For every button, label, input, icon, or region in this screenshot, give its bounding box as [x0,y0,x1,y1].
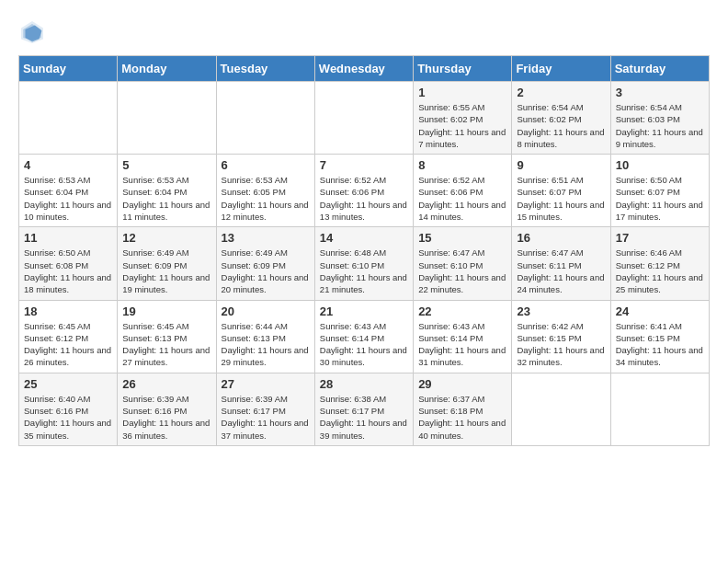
calendar-cell: 7Sunrise: 6:52 AM Sunset: 6:06 PM Daylig… [314,155,413,227]
day-info: Sunrise: 6:43 AM Sunset: 6:14 PM Dayligh… [320,320,408,369]
day-info: Sunrise: 6:39 AM Sunset: 6:16 PM Dayligh… [122,393,210,442]
day-info: Sunrise: 6:40 AM Sunset: 6:16 PM Dayligh… [24,393,112,442]
calendar-cell: 11Sunrise: 6:50 AM Sunset: 6:08 PM Dayli… [19,227,118,300]
day-number: 24 [616,304,704,318]
calendar-cell [512,373,610,445]
calendar-cell: 3Sunrise: 6:54 AM Sunset: 6:03 PM Daylig… [610,82,709,155]
day-info: Sunrise: 6:46 AM Sunset: 6:12 PM Dayligh… [616,247,704,295]
day-info: Sunrise: 6:47 AM Sunset: 6:11 PM Dayligh… [517,247,605,295]
calendar-week-2: 4Sunrise: 6:53 AM Sunset: 6:04 PM Daylig… [19,155,710,227]
day-number: 25 [24,377,112,391]
day-number: 5 [122,158,210,172]
calendar-cell [118,82,216,155]
calendar-cell: 20Sunrise: 6:44 AM Sunset: 6:13 PM Dayli… [216,300,314,373]
weekday-header-monday: Monday [118,56,216,82]
calendar-cell [19,82,118,155]
day-info: Sunrise: 6:37 AM Sunset: 6:18 PM Dayligh… [418,393,506,442]
calendar-cell [610,373,709,445]
day-number: 3 [616,86,704,99]
day-number: 11 [24,231,112,245]
day-number: 6 [222,158,310,172]
day-number: 22 [418,304,506,318]
day-info: Sunrise: 6:42 AM Sunset: 6:15 PM Dayligh… [517,320,605,369]
day-info: Sunrise: 6:48 AM Sunset: 6:10 PM Dayligh… [320,247,408,295]
calendar-cell: 13Sunrise: 6:49 AM Sunset: 6:09 PM Dayli… [216,227,314,300]
weekday-header-thursday: Thursday [414,56,512,82]
day-number: 4 [24,158,112,172]
day-number: 21 [320,304,408,318]
day-number: 19 [122,304,210,318]
day-info: Sunrise: 6:54 AM Sunset: 6:02 PM Dayligh… [517,101,605,150]
calendar-cell: 8Sunrise: 6:52 AM Sunset: 6:06 PM Daylig… [414,155,512,227]
calendar-cell: 28Sunrise: 6:38 AM Sunset: 6:17 PM Dayli… [314,373,413,445]
day-info: Sunrise: 6:47 AM Sunset: 6:10 PM Dayligh… [418,247,506,295]
calendar-cell [314,82,413,155]
day-number: 18 [24,304,112,318]
calendar-cell: 29Sunrise: 6:37 AM Sunset: 6:18 PM Dayli… [414,373,512,445]
calendar-cell: 14Sunrise: 6:48 AM Sunset: 6:10 PM Dayli… [314,227,413,300]
calendar-week-4: 18Sunrise: 6:45 AM Sunset: 6:12 PM Dayli… [19,300,710,373]
calendar-cell: 21Sunrise: 6:43 AM Sunset: 6:14 PM Dayli… [314,300,413,373]
calendar-cell: 15Sunrise: 6:47 AM Sunset: 6:10 PM Dayli… [414,227,512,300]
calendar-cell: 16Sunrise: 6:47 AM Sunset: 6:11 PM Dayli… [512,227,610,300]
calendar-cell: 9Sunrise: 6:51 AM Sunset: 6:07 PM Daylig… [512,155,610,227]
day-info: Sunrise: 6:50 AM Sunset: 6:07 PM Dayligh… [616,174,704,223]
calendar-cell: 23Sunrise: 6:42 AM Sunset: 6:15 PM Dayli… [512,300,610,373]
day-number: 23 [517,304,605,318]
calendar-cell: 18Sunrise: 6:45 AM Sunset: 6:12 PM Dayli… [19,300,118,373]
calendar-table: SundayMondayTuesdayWednesdayThursdayFrid… [18,55,710,446]
day-info: Sunrise: 6:41 AM Sunset: 6:15 PM Dayligh… [616,320,704,369]
calendar-cell: 27Sunrise: 6:39 AM Sunset: 6:17 PM Dayli… [216,373,314,445]
day-info: Sunrise: 6:54 AM Sunset: 6:03 PM Dayligh… [616,101,704,150]
weekday-header-saturday: Saturday [610,56,709,82]
day-number: 12 [122,231,210,245]
day-number: 20 [222,304,310,318]
day-number: 27 [222,377,310,391]
day-number: 13 [222,231,310,245]
weekday-header-row: SundayMondayTuesdayWednesdayThursdayFrid… [19,56,710,82]
calendar-week-1: 1Sunrise: 6:55 AM Sunset: 6:02 PM Daylig… [19,82,710,155]
calendar-cell: 1Sunrise: 6:55 AM Sunset: 6:02 PM Daylig… [414,82,512,155]
day-info: Sunrise: 6:53 AM Sunset: 6:04 PM Dayligh… [24,174,112,223]
weekday-header-wednesday: Wednesday [314,56,413,82]
weekday-header-sunday: Sunday [19,56,118,82]
day-number: 26 [122,377,210,391]
day-info: Sunrise: 6:50 AM Sunset: 6:08 PM Dayligh… [24,247,112,295]
calendar-week-5: 25Sunrise: 6:40 AM Sunset: 6:16 PM Dayli… [19,373,710,445]
day-info: Sunrise: 6:44 AM Sunset: 6:13 PM Dayligh… [222,320,310,369]
page-header [18,18,710,46]
day-number: 14 [320,231,408,245]
calendar-cell [216,82,314,155]
calendar-cell: 26Sunrise: 6:39 AM Sunset: 6:16 PM Dayli… [118,373,216,445]
day-number: 17 [616,231,704,245]
calendar-cell: 6Sunrise: 6:53 AM Sunset: 6:05 PM Daylig… [216,155,314,227]
calendar-cell: 5Sunrise: 6:53 AM Sunset: 6:04 PM Daylig… [118,155,216,227]
day-number: 29 [418,377,506,391]
day-info: Sunrise: 6:45 AM Sunset: 6:13 PM Dayligh… [122,320,210,369]
day-info: Sunrise: 6:55 AM Sunset: 6:02 PM Dayligh… [418,101,506,150]
day-info: Sunrise: 6:52 AM Sunset: 6:06 PM Dayligh… [418,174,506,223]
day-number: 9 [517,158,605,172]
day-info: Sunrise: 6:45 AM Sunset: 6:12 PM Dayligh… [24,320,112,369]
day-number: 1 [418,86,506,99]
day-info: Sunrise: 6:52 AM Sunset: 6:06 PM Dayligh… [320,174,408,223]
calendar-cell: 24Sunrise: 6:41 AM Sunset: 6:15 PM Dayli… [610,300,709,373]
calendar-cell: 12Sunrise: 6:49 AM Sunset: 6:09 PM Dayli… [118,227,216,300]
day-number: 8 [418,158,506,172]
calendar-cell: 19Sunrise: 6:45 AM Sunset: 6:13 PM Dayli… [118,300,216,373]
calendar-cell: 25Sunrise: 6:40 AM Sunset: 6:16 PM Dayli… [19,373,118,445]
calendar-cell: 22Sunrise: 6:43 AM Sunset: 6:14 PM Dayli… [414,300,512,373]
weekday-header-friday: Friday [512,56,610,82]
logo [18,18,50,46]
day-info: Sunrise: 6:49 AM Sunset: 6:09 PM Dayligh… [122,247,210,295]
day-number: 28 [320,377,408,391]
calendar-cell: 17Sunrise: 6:46 AM Sunset: 6:12 PM Dayli… [610,227,709,300]
day-info: Sunrise: 6:43 AM Sunset: 6:14 PM Dayligh… [418,320,506,369]
day-number: 15 [418,231,506,245]
day-number: 2 [517,86,605,99]
day-info: Sunrise: 6:53 AM Sunset: 6:04 PM Dayligh… [122,174,210,223]
day-number: 16 [517,231,605,245]
day-info: Sunrise: 6:49 AM Sunset: 6:09 PM Dayligh… [222,247,310,295]
calendar-cell: 4Sunrise: 6:53 AM Sunset: 6:04 PM Daylig… [19,155,118,227]
day-info: Sunrise: 6:38 AM Sunset: 6:17 PM Dayligh… [320,393,408,442]
